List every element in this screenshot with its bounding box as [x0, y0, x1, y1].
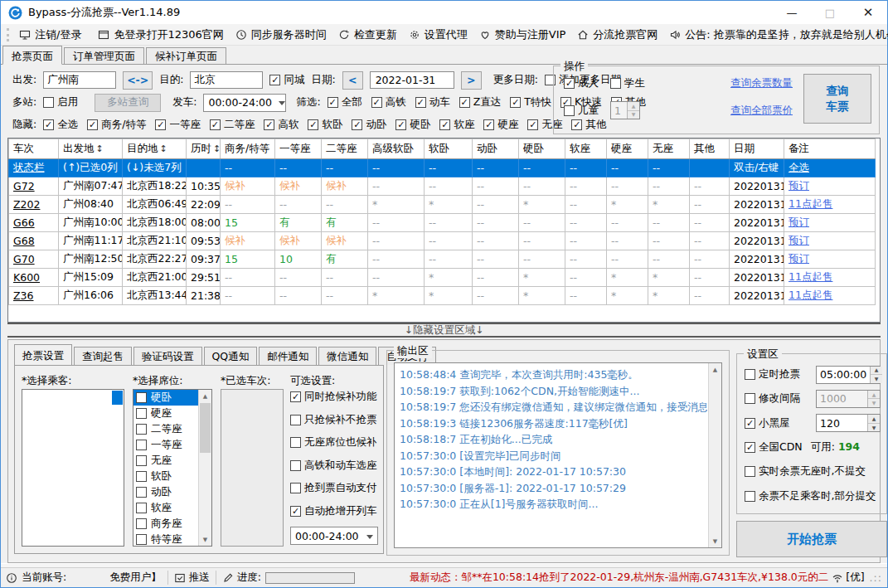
seat-option[interactable]: 一等座	[133, 437, 198, 453]
seat-option[interactable]: 动卧	[133, 484, 198, 500]
filter-checkbox[interactable]: ✓动车	[415, 95, 450, 109]
grab-option-checkbox[interactable]: ✓同时抢候补功能	[290, 390, 377, 404]
hide-checkbox[interactable]: ✓软卧	[308, 118, 342, 132]
scroll-up-icon[interactable]: ▲	[199, 390, 211, 402]
hide-checkbox[interactable]: ✓商务/特等	[87, 118, 146, 132]
push-label[interactable]: 推送	[189, 571, 210, 585]
spinner-arrows-icon[interactable]: ▲▼	[867, 415, 880, 431]
column-header[interactable]: 二等座	[322, 139, 368, 159]
scroll-down-icon[interactable]: ▼	[709, 535, 721, 547]
spinner-arrows-icon[interactable]: ▲▼	[867, 391, 880, 407]
seat-option[interactable]: 硬座	[133, 406, 198, 421]
settings-tab[interactable]: 查询起售	[74, 347, 132, 365]
train-link[interactable]: K600	[9, 269, 59, 287]
maximize-button[interactable]: □	[811, 1, 849, 24]
status-row[interactable]: 状态栏(↑)已选0列(↓)未选7列--------------------双击/…	[9, 159, 876, 177]
seat-checkbox[interactable]: 动卧	[136, 485, 172, 499]
spinner-arrows-icon[interactable]: ▲▼	[627, 102, 639, 119]
settings-tab[interactable]: 抢票设置	[14, 344, 72, 365]
grab-option-checkbox[interactable]: 高铁和动车选座	[290, 459, 377, 473]
hide-checkbox[interactable]: ✓硬座	[483, 118, 518, 132]
seat-list-scrollbar[interactable]: ▲ ▼	[198, 390, 211, 546]
spinner-arrows-icon[interactable]: ▲▼	[870, 367, 882, 383]
note-link[interactable]: 预订	[784, 250, 876, 269]
main-tab[interactable]: 抢票页面	[2, 46, 62, 65]
note-link[interactable]: 预订	[784, 214, 876, 232]
start-grab-button[interactable]: 开始抢票	[736, 521, 887, 557]
table-row[interactable]: G66广州南10:00北京西18:0008:0015有有------------…	[9, 214, 876, 232]
table-row[interactable]: G68广州南11:17北京西21:1009:53候补候补候补----------…	[9, 232, 876, 250]
main-tab[interactable]: 候补订单页面	[146, 47, 226, 64]
toolbar-item[interactable]: 设置代理	[403, 25, 473, 45]
toolbar-item[interactable]: 检查更新	[332, 25, 403, 45]
partial-submit-checkbox[interactable]: 余票不足乘客时,部分提交	[745, 489, 876, 503]
close-button[interactable]: ✕	[849, 1, 887, 24]
filter-checkbox[interactable]: ✓全部	[328, 95, 362, 109]
column-header[interactable]: 商务/特等	[221, 139, 275, 159]
depart-input[interactable]	[43, 71, 116, 89]
child-checkbox[interactable]: 儿童	[564, 104, 599, 118]
seat-checkbox[interactable]: 特等座	[136, 532, 182, 546]
resize-grip[interactable]: .::	[870, 571, 882, 584]
seat-checkbox[interactable]: 硬座	[136, 406, 172, 420]
column-header[interactable]: 软座	[565, 139, 607, 159]
settings-tab[interactable]: 验证码设置	[133, 347, 202, 365]
settings-tab[interactable]: 微信通知	[318, 347, 376, 365]
same-city-checkbox[interactable]: ✓同城	[269, 73, 304, 87]
date-input[interactable]: 2022-01-31	[370, 71, 454, 89]
blackroom-checkbox[interactable]: ✓小黑屋	[745, 416, 790, 430]
seat-checkbox[interactable]: 无座	[136, 454, 172, 468]
modify-interval-checkbox[interactable]: 修改间隔	[745, 391, 800, 406]
hide-checkbox[interactable]: ✓高软	[264, 118, 298, 132]
column-header[interactable]: 其他	[690, 139, 730, 159]
hide-checkbox[interactable]: ✓全选	[43, 118, 78, 132]
toolbar-item[interactable]: 赞助与注册VIP	[473, 25, 572, 45]
main-tab[interactable]: 订单管理页面	[64, 47, 144, 64]
column-header[interactable]: 高级软卧	[368, 139, 425, 159]
filter-checkbox[interactable]: ✓高铁	[371, 95, 406, 109]
seat-checkbox[interactable]: 二等座	[136, 422, 182, 436]
column-header[interactable]: 一等座	[275, 139, 322, 159]
seat-option[interactable]: 二等座	[133, 421, 198, 437]
column-header[interactable]: 动卧	[473, 139, 519, 159]
table-row[interactable]: G70广州南12:50北京西22:2709:371510有-----------…	[9, 250, 876, 269]
filter-checkbox[interactable]: ✓T特快	[510, 95, 551, 109]
adult-checkbox[interactable]: ✓成人	[564, 76, 599, 90]
scroll-down-icon[interactable]: ▼	[199, 533, 211, 546]
train-link[interactable]: G72	[9, 177, 59, 196]
train-link[interactable]: G66	[9, 214, 59, 232]
seat-option[interactable]: 软座	[133, 500, 198, 516]
output-log[interactable]: 10:58:48:4 查询完毕，本次查询共用时:435毫秒。10:58:19:7…	[394, 362, 722, 548]
column-header[interactable]: 车次	[9, 139, 59, 159]
note-link[interactable]: 11点起售	[784, 196, 876, 214]
note-link[interactable]: 11点起售	[784, 287, 876, 305]
grab-option-checkbox[interactable]: 抢到票自动支付	[290, 481, 377, 495]
table-row[interactable]: Z202广州08:40北京西06:4922:09------**--*--**-…	[9, 196, 876, 214]
grab-time-range-select[interactable]: 00:00-24:00	[290, 527, 378, 545]
query-all-prices-link[interactable]: 查询全部票价	[730, 104, 793, 118]
column-header[interactable]: 备注	[784, 139, 876, 159]
hide-checkbox[interactable]: ✓一等座	[155, 118, 201, 132]
hide-checkbox[interactable]: ✓软座	[439, 118, 474, 132]
seat-option[interactable]: 无座	[133, 453, 198, 469]
hide-checkbox[interactable]: ✓二等座	[210, 118, 255, 132]
train-link[interactable]: G68	[9, 232, 59, 250]
column-header[interactable]: 硬卧	[519, 139, 565, 159]
query-remaining-tickets-link[interactable]: 查询余票数量	[730, 76, 793, 90]
grab-option-checkbox[interactable]: 无座席位也候补	[290, 435, 377, 450]
grab-option-checkbox[interactable]: ✓自动抢增开列车	[290, 504, 377, 518]
timed-grab-checkbox[interactable]: 定时抢票	[745, 367, 800, 381]
blackroom-spinner[interactable]: 120▲▼	[816, 414, 881, 432]
student-checkbox[interactable]: 学生	[610, 76, 645, 90]
scrollbar-thumb[interactable]	[200, 403, 211, 453]
seat-checkbox[interactable]: 商务座	[136, 517, 182, 531]
note-link[interactable]: 11点起售	[784, 269, 876, 287]
toolbar-item[interactable]: 注销/登录	[13, 25, 87, 45]
column-header[interactable]: 出发地↕	[59, 139, 123, 159]
column-header[interactable]: 历时↕	[187, 139, 221, 159]
seat-option[interactable]: 硬卧	[133, 390, 198, 406]
selected-trains-box[interactable]	[221, 389, 284, 547]
date-next-button[interactable]: >	[461, 71, 482, 90]
column-header[interactable]: 软卧	[425, 139, 473, 159]
grab-option-checkbox[interactable]: 只抢候补不抢票	[290, 413, 377, 427]
